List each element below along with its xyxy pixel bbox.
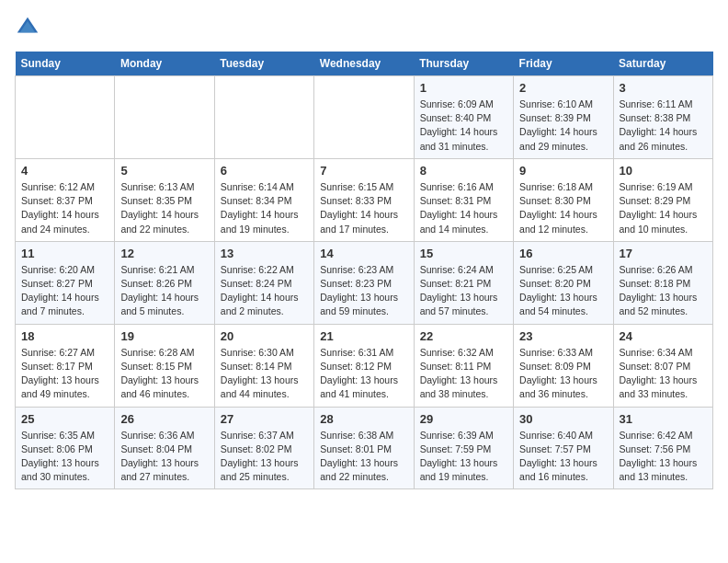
calendar-cell: 1Sunrise: 6:09 AM Sunset: 8:40 PM Daylig… xyxy=(414,76,513,159)
calendar-cell: 27Sunrise: 6:37 AM Sunset: 8:02 PM Dayli… xyxy=(214,407,313,489)
calendar-cell: 23Sunrise: 6:33 AM Sunset: 8:09 PM Dayli… xyxy=(514,324,613,407)
logo-icon xyxy=(15,15,40,40)
calendar-cell: 22Sunrise: 6:32 AM Sunset: 8:11 PM Dayli… xyxy=(414,324,513,407)
day-number: 12 xyxy=(120,247,208,260)
calendar-cell: 19Sunrise: 6:28 AM Sunset: 8:15 PM Dayli… xyxy=(115,324,214,407)
day-info: Sunrise: 6:10 AM Sunset: 8:39 PM Dayligh… xyxy=(519,98,607,154)
day-info: Sunrise: 6:38 AM Sunset: 8:01 PM Dayligh… xyxy=(320,429,407,485)
calendar-cell: 18Sunrise: 6:27 AM Sunset: 8:17 PM Dayli… xyxy=(16,324,115,407)
calendar-cell xyxy=(214,76,313,159)
calendar-cell: 29Sunrise: 6:39 AM Sunset: 7:59 PM Dayli… xyxy=(414,407,513,489)
day-info: Sunrise: 6:33 AM Sunset: 8:09 PM Dayligh… xyxy=(519,346,607,402)
calendar-cell: 28Sunrise: 6:38 AM Sunset: 8:01 PM Dayli… xyxy=(314,407,414,489)
header-cell-friday: Friday xyxy=(514,52,613,76)
day-info: Sunrise: 6:27 AM Sunset: 8:17 PM Dayligh… xyxy=(21,346,108,402)
day-number: 13 xyxy=(221,247,308,260)
calendar-cell: 11Sunrise: 6:20 AM Sunset: 8:27 PM Dayli… xyxy=(16,241,115,324)
day-info: Sunrise: 6:19 AM Sunset: 8:29 PM Dayligh… xyxy=(620,180,707,236)
day-number: 26 xyxy=(120,412,208,426)
calendar-cell: 14Sunrise: 6:23 AM Sunset: 8:23 PM Dayli… xyxy=(314,241,414,324)
calendar-cell: 26Sunrise: 6:36 AM Sunset: 8:04 PM Dayli… xyxy=(115,407,214,489)
day-info: Sunrise: 6:30 AM Sunset: 8:14 PM Dayligh… xyxy=(221,346,308,402)
day-info: Sunrise: 6:21 AM Sunset: 8:26 PM Dayligh… xyxy=(120,263,208,319)
calendar-cell: 30Sunrise: 6:40 AM Sunset: 7:57 PM Dayli… xyxy=(514,407,613,489)
week-row-1: 1Sunrise: 6:09 AM Sunset: 8:40 PM Daylig… xyxy=(16,76,713,159)
day-info: Sunrise: 6:14 AM Sunset: 8:34 PM Dayligh… xyxy=(221,180,308,236)
day-info: Sunrise: 6:12 AM Sunset: 8:37 PM Dayligh… xyxy=(21,180,108,236)
calendar-cell: 10Sunrise: 6:19 AM Sunset: 8:29 PM Dayli… xyxy=(613,158,712,241)
calendar-table: SundayMondayTuesdayWednesdayThursdayFrid… xyxy=(15,52,713,489)
day-number: 14 xyxy=(320,247,407,260)
header-cell-thursday: Thursday xyxy=(414,52,513,76)
calendar-cell: 15Sunrise: 6:24 AM Sunset: 8:21 PM Dayli… xyxy=(414,241,513,324)
day-info: Sunrise: 6:20 AM Sunset: 8:27 PM Dayligh… xyxy=(21,263,108,319)
day-info: Sunrise: 6:39 AM Sunset: 7:59 PM Dayligh… xyxy=(420,429,507,485)
day-info: Sunrise: 6:25 AM Sunset: 8:20 PM Dayligh… xyxy=(519,263,607,319)
week-row-5: 25Sunrise: 6:35 AM Sunset: 8:06 PM Dayli… xyxy=(16,407,713,489)
day-number: 27 xyxy=(221,412,308,426)
day-info: Sunrise: 6:11 AM Sunset: 8:38 PM Dayligh… xyxy=(620,98,707,154)
day-info: Sunrise: 6:18 AM Sunset: 8:30 PM Dayligh… xyxy=(519,180,607,236)
header-cell-tuesday: Tuesday xyxy=(214,52,313,76)
day-info: Sunrise: 6:26 AM Sunset: 8:18 PM Dayligh… xyxy=(620,263,707,319)
calendar-header: SundayMondayTuesdayWednesdayThursdayFrid… xyxy=(16,52,713,76)
day-number: 31 xyxy=(620,412,707,426)
day-info: Sunrise: 6:34 AM Sunset: 8:07 PM Dayligh… xyxy=(620,346,707,402)
calendar-cell: 4Sunrise: 6:12 AM Sunset: 8:37 PM Daylig… xyxy=(16,158,115,241)
day-number: 3 xyxy=(620,81,707,95)
day-number: 5 xyxy=(120,164,208,178)
calendar-cell: 21Sunrise: 6:31 AM Sunset: 8:12 PM Dayli… xyxy=(314,324,414,407)
day-number: 29 xyxy=(420,412,507,426)
calendar-cell: 8Sunrise: 6:16 AM Sunset: 8:31 PM Daylig… xyxy=(414,158,513,241)
calendar-cell: 6Sunrise: 6:14 AM Sunset: 8:34 PM Daylig… xyxy=(214,158,313,241)
day-number: 1 xyxy=(420,81,507,95)
calendar-cell xyxy=(16,76,115,159)
day-info: Sunrise: 6:37 AM Sunset: 8:02 PM Dayligh… xyxy=(221,429,308,485)
day-info: Sunrise: 6:13 AM Sunset: 8:35 PM Dayligh… xyxy=(120,180,208,236)
calendar-cell: 12Sunrise: 6:21 AM Sunset: 8:26 PM Dayli… xyxy=(115,241,214,324)
day-info: Sunrise: 6:16 AM Sunset: 8:31 PM Dayligh… xyxy=(420,180,507,236)
calendar-cell: 20Sunrise: 6:30 AM Sunset: 8:14 PM Dayli… xyxy=(214,324,313,407)
day-number: 18 xyxy=(21,329,108,343)
day-number: 11 xyxy=(21,247,108,260)
calendar-cell: 7Sunrise: 6:15 AM Sunset: 8:33 PM Daylig… xyxy=(314,158,414,241)
week-row-4: 18Sunrise: 6:27 AM Sunset: 8:17 PM Dayli… xyxy=(16,324,713,407)
page-header xyxy=(15,15,713,40)
calendar-cell xyxy=(314,76,414,159)
day-number: 10 xyxy=(620,164,707,178)
header-cell-saturday: Saturday xyxy=(613,52,712,76)
day-info: Sunrise: 6:15 AM Sunset: 8:33 PM Dayligh… xyxy=(320,180,407,236)
day-number: 7 xyxy=(320,164,407,178)
day-number: 16 xyxy=(519,247,607,260)
day-info: Sunrise: 6:24 AM Sunset: 8:21 PM Dayligh… xyxy=(420,263,507,319)
day-number: 17 xyxy=(620,247,707,260)
day-info: Sunrise: 6:32 AM Sunset: 8:11 PM Dayligh… xyxy=(420,346,507,402)
day-info: Sunrise: 6:22 AM Sunset: 8:24 PM Dayligh… xyxy=(221,263,308,319)
calendar-cell: 16Sunrise: 6:25 AM Sunset: 8:20 PM Dayli… xyxy=(514,241,613,324)
day-number: 24 xyxy=(620,329,707,343)
day-number: 23 xyxy=(519,329,607,343)
calendar-cell: 25Sunrise: 6:35 AM Sunset: 8:06 PM Dayli… xyxy=(16,407,115,489)
week-row-3: 11Sunrise: 6:20 AM Sunset: 8:27 PM Dayli… xyxy=(16,241,713,324)
day-info: Sunrise: 6:23 AM Sunset: 8:23 PM Dayligh… xyxy=(320,263,407,319)
calendar-cell: 31Sunrise: 6:42 AM Sunset: 7:56 PM Dayli… xyxy=(613,407,712,489)
header-cell-monday: Monday xyxy=(115,52,214,76)
day-number: 25 xyxy=(21,412,108,426)
header-cell-wednesday: Wednesday xyxy=(314,52,414,76)
calendar-cell: 17Sunrise: 6:26 AM Sunset: 8:18 PM Dayli… xyxy=(613,241,712,324)
day-number: 6 xyxy=(221,164,308,178)
day-number: 19 xyxy=(120,329,208,343)
calendar-cell xyxy=(115,76,214,159)
day-number: 30 xyxy=(519,412,607,426)
day-number: 9 xyxy=(519,164,607,178)
day-number: 28 xyxy=(320,412,407,426)
calendar-cell: 5Sunrise: 6:13 AM Sunset: 8:35 PM Daylig… xyxy=(115,158,214,241)
day-number: 2 xyxy=(519,81,607,95)
header-row: SundayMondayTuesdayWednesdayThursdayFrid… xyxy=(16,52,713,76)
day-info: Sunrise: 6:40 AM Sunset: 7:57 PM Dayligh… xyxy=(519,429,607,485)
calendar-cell: 2Sunrise: 6:10 AM Sunset: 8:39 PM Daylig… xyxy=(514,76,613,159)
day-number: 21 xyxy=(320,329,407,343)
day-info: Sunrise: 6:35 AM Sunset: 8:06 PM Dayligh… xyxy=(21,429,108,485)
calendar-cell: 24Sunrise: 6:34 AM Sunset: 8:07 PM Dayli… xyxy=(613,324,712,407)
day-number: 20 xyxy=(221,329,308,343)
